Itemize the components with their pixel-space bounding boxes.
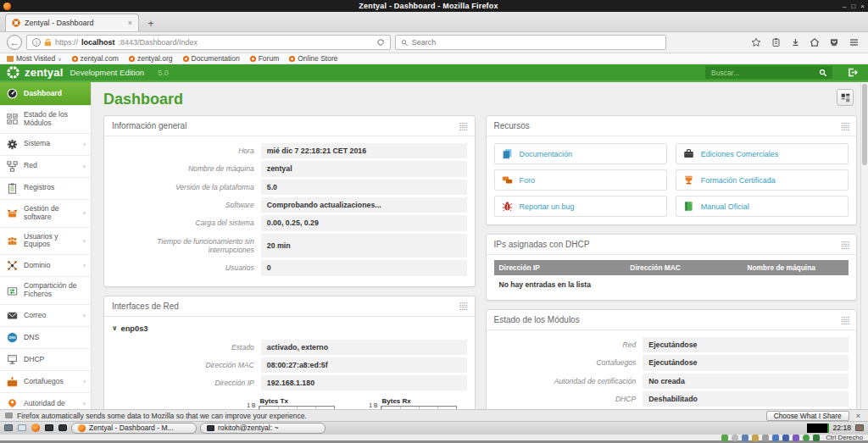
- chevron-icon: ‹: [83, 378, 87, 385]
- network-icon[interactable]: [752, 435, 759, 441]
- menu-icon[interactable]: [848, 36, 860, 48]
- zentyal-search-button[interactable]: [814, 66, 832, 79]
- choose-what-i-share-button[interactable]: Choose What I Share: [766, 411, 849, 421]
- sidebar-item-module-status[interactable]: Estado de los Módulos: [0, 105, 91, 133]
- bookmark-most-visited[interactable]: Most Visited∨: [7, 54, 62, 63]
- briefcase-icon: [683, 148, 694, 159]
- bookmarks-menu-icon[interactable]: [770, 36, 782, 48]
- minimize-button[interactable]: –: [843, 3, 846, 10]
- reload-icon[interactable]: [376, 38, 385, 47]
- browser-search-box[interactable]: [395, 35, 666, 50]
- firefox-icon: [3, 3, 11, 10]
- tab-zentyal-dashboard[interactable]: Zentyal - Dashboard ×: [5, 14, 139, 31]
- show-desktop-icon[interactable]: [3, 424, 14, 432]
- hdd-icon[interactable]: [721, 435, 728, 441]
- url-bar[interactable]: i https://localhost:8443/Dashboard/Index: [26, 35, 391, 50]
- shared-folders-icon[interactable]: [772, 435, 779, 441]
- edition-label: Development Edition: [70, 68, 144, 77]
- logout-icon[interactable]: [844, 66, 861, 80]
- notification-close-icon[interactable]: ×: [854, 412, 863, 420]
- column-header: Nombre de máquina: [742, 260, 849, 275]
- notification-bar: Firefox automatically sends some data to…: [0, 409, 868, 421]
- chevron-icon: ‹: [83, 237, 87, 245]
- scrollbar-thumb[interactable]: [862, 84, 867, 165]
- back-icon[interactable]: ←: [7, 35, 22, 50]
- taskbar-window-firefox[interactable]: Zentyal - Dashboard - M...: [71, 423, 197, 434]
- mail-icon: [6, 310, 19, 321]
- bookmark-zentyal-org[interactable]: zentyal.org: [129, 54, 173, 63]
- clock[interactable]: 22:18: [832, 424, 851, 432]
- sidebar-item-mail[interactable]: Correo ‹: [0, 304, 91, 326]
- bookmark-forum[interactable]: Forum: [250, 54, 280, 63]
- bookmark-zentyal-com[interactable]: zentyal.com: [72, 54, 119, 63]
- bookmarks-bar: Most Visited∨ zentyal.com zentyal.org Do…: [0, 53, 868, 64]
- training-icon: [683, 174, 694, 186]
- drag-handle-icon[interactable]: ⣿⣿: [459, 122, 466, 130]
- sidebar-item-logs[interactable]: Registros: [0, 177, 91, 199]
- display-icon[interactable]: [782, 435, 789, 441]
- sidebar-item-firewall[interactable]: Cortafuegos ‹: [0, 370, 91, 392]
- bookmark-star-icon[interactable]: [750, 36, 762, 48]
- bytes-rx-chart: Bytes Rx 1 B 0.5 B 0 B -0.5 B -1 B: [359, 397, 459, 409]
- zentyal-search-input[interactable]: [705, 66, 814, 79]
- drag-handle-icon[interactable]: ⣿⣿: [841, 316, 849, 324]
- dashboard-main: Dashboard Información general ⣿⣿ Ho: [92, 82, 860, 409]
- taskbar-window-terminal[interactable]: rokitoh@zentyal: ~: [200, 423, 326, 434]
- downloads-icon[interactable]: [789, 36, 801, 48]
- terminal-preview-thumbnail[interactable]: [807, 424, 829, 433]
- firefox-launcher-icon[interactable]: [31, 424, 41, 432]
- gear-icon: [6, 139, 19, 150]
- cd-icon[interactable]: [732, 435, 738, 441]
- link-official-manual[interactable]: Manual Oficial: [676, 196, 849, 217]
- minimized-window-icon[interactable]: [58, 424, 68, 432]
- home-icon[interactable]: [809, 36, 821, 48]
- audio-icon[interactable]: [742, 435, 748, 441]
- bytes-tx-chart: Bytes Tx 1 B 0.5 B 0 B -0.5 B -1 B: [236, 397, 337, 409]
- link-documentation[interactable]: Documentación: [494, 143, 667, 164]
- link-report-bug[interactable]: Reportar un bug: [494, 196, 667, 217]
- network-icon: [6, 161, 19, 172]
- mouse-integration-icon[interactable]: [813, 435, 820, 441]
- display-applet-icon[interactable]: [854, 424, 865, 432]
- window-titlebar[interactable]: Zentyal - Dashboard - Mozilla Firefox – …: [0, 0, 868, 12]
- browser-search-input[interactable]: [412, 38, 660, 47]
- virtualbox-status-bar: Ctrl Derecho: [0, 434, 868, 443]
- tab-close-icon[interactable]: ×: [128, 19, 132, 27]
- sidebar-item-network[interactable]: Red ‹: [0, 155, 91, 177]
- page-scrollbar[interactable]: [860, 82, 868, 409]
- drag-handle-icon[interactable]: ⣿⣿: [841, 122, 849, 130]
- sidebar-item-system[interactable]: Sistema ‹: [0, 133, 91, 155]
- widget-resources: Recursos ⣿⣿ Documentación Foro Reportar …: [486, 115, 858, 225]
- sidebar-item-file-sharing[interactable]: Compartición de Ficheros: [0, 276, 91, 304]
- usb-icon[interactable]: [762, 435, 769, 441]
- bookmark-documentation[interactable]: Documentation: [183, 54, 240, 63]
- link-certified-training[interactable]: Formación Certificada: [676, 169, 849, 191]
- page-info-icon[interactable]: i: [32, 38, 41, 47]
- sidebar-item-domain[interactable]: Dominio ‹: [0, 254, 91, 276]
- chevron-icon: ‹: [83, 400, 87, 407]
- drag-handle-icon[interactable]: ⣿⣿: [841, 241, 849, 249]
- sidebar-item-dashboard[interactable]: Dashboard: [0, 82, 91, 105]
- configure-widgets-button[interactable]: [837, 89, 854, 106]
- new-tab-button[interactable]: +: [141, 16, 161, 31]
- interface-toggle[interactable]: ∨ enp0s3: [112, 324, 467, 333]
- bookmark-online-store[interactable]: Online Store: [289, 54, 337, 63]
- sidebar-item-certification-authority[interactable]: Autoridad de ‹: [0, 392, 91, 409]
- sidebar-item-software[interactable]: Gestión de software ‹: [0, 199, 91, 227]
- close-button[interactable]: ×: [860, 3, 865, 10]
- terminal-launcher-icon[interactable]: [44, 424, 54, 432]
- recording-icon[interactable]: [793, 435, 799, 441]
- sidebar-item-dns[interactable]: DNS DNS: [0, 326, 91, 348]
- chevron-icon: ‹: [83, 141, 87, 148]
- features-icon[interactable]: [803, 435, 810, 441]
- tab-bar: Zentyal - Dashboard × +: [0, 12, 868, 32]
- pocket-icon[interactable]: [828, 36, 840, 48]
- link-commercial-editions[interactable]: Ediciones Comerciales: [676, 143, 849, 164]
- widget-module-status: Estado de los Módulos ⣿⣿ RedEjecutándose…: [486, 309, 858, 409]
- windows-list-icon[interactable]: [17, 424, 27, 432]
- sidebar-item-users[interactable]: Usuarios y Equipos ‹: [0, 227, 91, 255]
- maximize-button[interactable]: □: [851, 3, 855, 10]
- drag-handle-icon[interactable]: ⣿⣿: [459, 302, 466, 310]
- sidebar-item-dhcp[interactable]: DHCP: [0, 348, 91, 370]
- link-forum[interactable]: Foro: [494, 169, 667, 191]
